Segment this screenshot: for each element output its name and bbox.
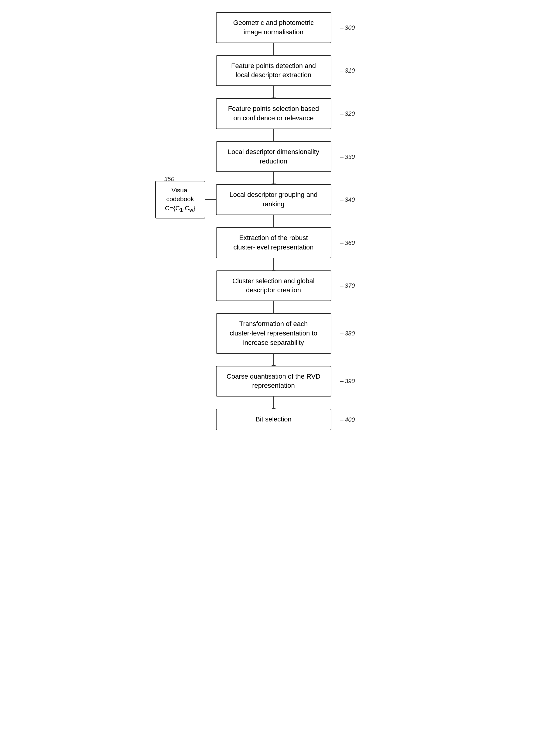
step-390-wrapper: Coarse quantisation of the RVDrepresenta… (137, 366, 410, 397)
step-340-box: Local descriptor grouping andranking 340 (216, 184, 331, 215)
step-400-box: Bit selection 400 (216, 409, 331, 430)
arrow-380-390 (274, 354, 274, 366)
step-300-ref: 300 (340, 23, 355, 32)
step-330-wrapper: Local descriptor dimensionalityreduction… (137, 141, 410, 172)
step-340-row: 350 Visual codebook C={C1,Cw} Local desc… (137, 184, 410, 215)
step-340-text: Local descriptor grouping andranking (230, 191, 318, 208)
codebook-box: 350 Visual codebook C={C1,Cw} (155, 181, 205, 218)
arrow-360-370 (274, 258, 274, 270)
step-360-wrapper: Extraction of the robustcluster-level re… (137, 227, 410, 258)
step-400-wrapper: Bit selection 400 (137, 409, 410, 430)
step-310-wrapper: Feature points detection andlocal descri… (137, 55, 410, 86)
codebook-line2: C={C1,Cw} (161, 204, 199, 214)
codebook-line1: Visual codebook (161, 186, 199, 204)
step-330-text: Local descriptor dimensionalityreduction (228, 148, 319, 165)
step-370-wrapper: Cluster selection and globaldescriptor c… (137, 270, 410, 301)
arrow-330-340 (274, 172, 274, 184)
arrow-340-360 (274, 215, 274, 227)
step-330-box: Local descriptor dimensionalityreduction… (216, 141, 331, 172)
step-360-ref: 360 (340, 239, 355, 247)
step-360-text: Extraction of the robustcluster-level re… (233, 234, 313, 251)
step-360-box: Extraction of the robustcluster-level re… (216, 227, 331, 258)
step-370-ref: 370 (340, 281, 355, 290)
step-400-text: Bit selection (256, 415, 291, 423)
arrow-390-400 (274, 397, 274, 409)
step-380-box: Transformation of eachcluster-level repr… (216, 313, 331, 353)
step-380-wrapper: Transformation of eachcluster-level repr… (137, 313, 410, 353)
step-380-text: Transformation of eachcluster-level repr… (230, 320, 317, 346)
step-370-text: Cluster selection and globaldescriptor c… (232, 277, 314, 294)
step-320-wrapper: Feature points selection basedon confide… (137, 98, 410, 129)
step-340-ref: 340 (340, 195, 355, 204)
step-300-box: Geometric and photometric image normalis… (216, 12, 331, 43)
step-390-ref: 390 (340, 377, 355, 385)
step-330-ref: 330 (340, 153, 355, 161)
arrow-320-330 (274, 129, 274, 141)
step-320-ref: 320 (340, 109, 355, 118)
step-320-text: Feature points selection basedon confide… (228, 105, 319, 122)
step-390-text: Coarse quantisation of the RVDrepresenta… (227, 373, 320, 390)
step-390-box: Coarse quantisation of the RVDrepresenta… (216, 366, 331, 397)
step-310-ref: 310 (340, 66, 355, 75)
codebook-ref: 350 (164, 175, 174, 183)
arrow-370-380 (274, 301, 274, 313)
step-370-box: Cluster selection and globaldescriptor c… (216, 270, 331, 301)
step-310-text: Feature points detection andlocal descri… (231, 62, 316, 79)
arrow-300-310 (274, 43, 274, 55)
step-300-wrapper: Geometric and photometric image normalis… (137, 12, 410, 43)
step-320-box: Feature points selection basedon confide… (216, 98, 331, 129)
step-300-text: Geometric and photometric image normalis… (233, 19, 314, 36)
diagram-container: Geometric and photometric image normalis… (137, 12, 410, 430)
step-380-ref: 380 (340, 329, 355, 338)
step-310-box: Feature points detection andlocal descri… (216, 55, 331, 86)
arrow-310-320 (274, 86, 274, 98)
step-400-ref: 400 (340, 415, 355, 424)
